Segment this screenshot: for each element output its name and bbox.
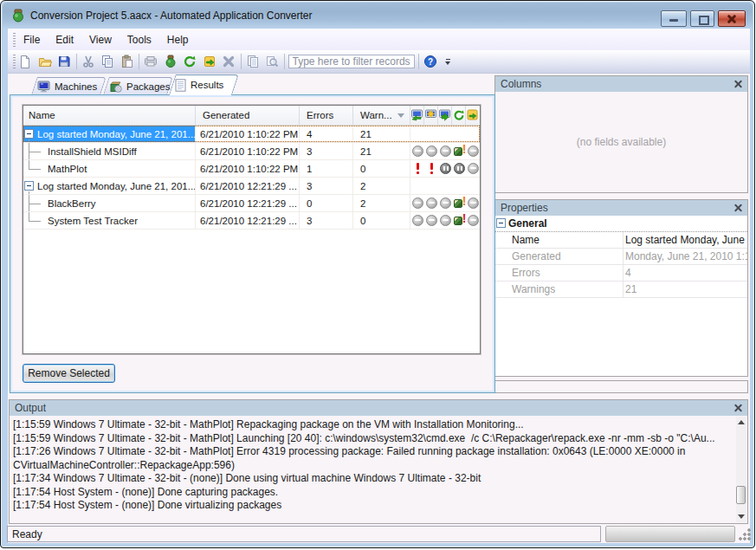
- copy-icon: [100, 55, 114, 68]
- stop-button[interactable]: [220, 52, 238, 71]
- property-value: Monday, June 21, 2010 1:10: [624, 249, 747, 264]
- status-disabled-icon: [426, 215, 437, 226]
- row-errors: 4: [300, 126, 353, 142]
- maximize-button[interactable]: [690, 10, 714, 27]
- resize-grip[interactable]: [738, 527, 752, 541]
- svg-text:?: ?: [428, 57, 433, 67]
- vm-button[interactable]: [142, 52, 160, 71]
- filter-input[interactable]: [288, 55, 415, 68]
- results-grid: Name Generated Errors Warn... Log starte…: [23, 105, 481, 354]
- menu-help[interactable]: Help: [159, 30, 197, 49]
- output-panel-title: Output: [15, 402, 46, 414]
- column-header-errors[interactable]: Errors: [300, 106, 353, 125]
- refresh-button[interactable]: [181, 52, 199, 71]
- cut-button[interactable]: [80, 52, 98, 71]
- tab-packages[interactable]: Packages: [103, 77, 167, 95]
- property-value: 4: [624, 265, 747, 281]
- collapse-icon[interactable]: [24, 181, 34, 191]
- row-warnings: 0: [353, 160, 410, 177]
- row-name: Log started Monday, June 21, 201...: [37, 129, 196, 139]
- property-value: Log started Monday, June: [624, 232, 747, 248]
- property-label: Name: [508, 232, 624, 248]
- column-header-capture-icon[interactable]: [438, 106, 452, 125]
- log-line: [1:15:59 Windows 7 Ultimate - 32-bit - M…: [13, 418, 733, 432]
- cut-icon: [81, 55, 95, 68]
- menu-view[interactable]: View: [81, 30, 120, 49]
- status-progress-bar: [605, 526, 735, 542]
- table-row-blackberry[interactable]: BlackBerry6/21/2010 12:21:29 ...02!: [23, 195, 480, 212]
- tab-results[interactable]: Results: [169, 74, 232, 95]
- remove-selected-button[interactable]: Remove Selected: [23, 364, 115, 383]
- row-warnings: 21: [353, 143, 410, 159]
- table-row-mathplot[interactable]: MathPlot6/21/2010 1:10:22 PM10: [23, 160, 480, 178]
- scroll-down-icon[interactable]: [738, 514, 745, 519]
- table-row-system-test-tracker[interactable]: System Test Tracker6/21/2010 12:21:29 ..…: [23, 212, 480, 230]
- property-description-pane: [494, 380, 748, 393]
- open-button[interactable]: [36, 52, 55, 71]
- find-button[interactable]: [263, 52, 281, 71]
- find-icon: [265, 55, 279, 68]
- columns-close-icon[interactable]: [733, 78, 744, 89]
- toolbar-grip[interactable]: [13, 55, 16, 68]
- report-button[interactable]: [244, 52, 262, 71]
- table-row-log-group[interactable]: Log started Monday, June 21, 201...6/21/…: [23, 126, 480, 143]
- column-header-export-icon[interactable]: [466, 106, 480, 125]
- property-row-generated[interactable]: GeneratedMonday, June 21, 2010 1:10: [495, 249, 747, 265]
- properties-panel-title: Properties: [501, 202, 548, 214]
- copy-button[interactable]: [99, 52, 117, 71]
- status-text: Ready: [12, 528, 42, 540]
- open-icon: [38, 55, 52, 68]
- column-header-generated[interactable]: Generated: [196, 106, 300, 125]
- export-button[interactable]: [201, 52, 219, 71]
- new-button[interactable]: [16, 52, 35, 71]
- row-warnings: 21: [353, 126, 410, 142]
- refresh-icon: [183, 55, 197, 68]
- output-panel: Output [1:15:59 Windows 7 Ultimate - 32-…: [9, 399, 748, 524]
- status-disabled-icon: [440, 197, 451, 209]
- stop-icon: [222, 55, 236, 68]
- menu-edit[interactable]: Edit: [48, 30, 81, 49]
- column-header-deploy-icon[interactable]: [410, 106, 424, 125]
- status-cell-empty: [452, 178, 466, 194]
- status-disabled-icon: [426, 197, 437, 209]
- column-header-snapshot-icon[interactable]: [424, 106, 438, 125]
- general-collapse-icon[interactable]: [496, 218, 506, 228]
- save-button[interactable]: [55, 52, 74, 71]
- output-close-icon[interactable]: [733, 402, 744, 413]
- status-paused-icon: [454, 163, 465, 174]
- client-area: FileEditViewToolsHelp ?: [8, 29, 750, 543]
- row-name: System Test Tracker: [23, 216, 138, 226]
- close-button[interactable]: [718, 10, 746, 27]
- output-scrollbar[interactable]: [736, 417, 746, 522]
- column-header-convert-icon[interactable]: [452, 106, 466, 125]
- menu-file[interactable]: File: [16, 30, 48, 49]
- log-line: CVirtualMachineController::RepackageApp:…: [13, 459, 733, 473]
- properties-close-icon[interactable]: [733, 202, 744, 213]
- property-row-errors[interactable]: Errors4: [495, 265, 747, 281]
- status-cell-empty: [424, 178, 438, 194]
- toolbar-overflow-button[interactable]: [442, 53, 454, 70]
- help-button[interactable]: ?: [422, 52, 440, 71]
- menu-tools[interactable]: Tools: [120, 30, 159, 49]
- column-header-warnings[interactable]: Warn...: [353, 106, 410, 125]
- collapse-icon[interactable]: [24, 129, 34, 139]
- paste-button[interactable]: [119, 52, 137, 71]
- convert-button[interactable]: [162, 52, 180, 71]
- tab-machines[interactable]: Machines: [31, 77, 100, 95]
- row-name: InstallShield MSIDiff: [23, 146, 137, 157]
- minimize-button[interactable]: [661, 10, 687, 27]
- table-row-installshield-msidiff[interactable]: InstallShield MSIDiff6/21/2010 1:10:22 P…: [23, 143, 480, 160]
- machines-icon: [37, 81, 50, 93]
- table-row-log-group[interactable]: Log started Monday, June 21, 201...6/21/…: [23, 178, 480, 195]
- row-errors: 0: [300, 195, 353, 211]
- log-line: [1:17:54 Host System - (none)] Done virt…: [13, 499, 733, 513]
- property-row-name[interactable]: NameLog started Monday, June: [495, 232, 747, 249]
- column-header-name[interactable]: Name: [23, 106, 196, 125]
- property-group-general[interactable]: General: [495, 216, 747, 232]
- property-row-warnings[interactable]: Warnings21: [495, 281, 747, 298]
- columns-panel: Columns (no fields available): [494, 75, 748, 193]
- scrollbar-thumb[interactable]: [736, 486, 746, 504]
- status-cell-empty: [452, 126, 466, 142]
- scroll-up-icon[interactable]: [738, 420, 745, 424]
- status-cell-empty: [438, 178, 452, 194]
